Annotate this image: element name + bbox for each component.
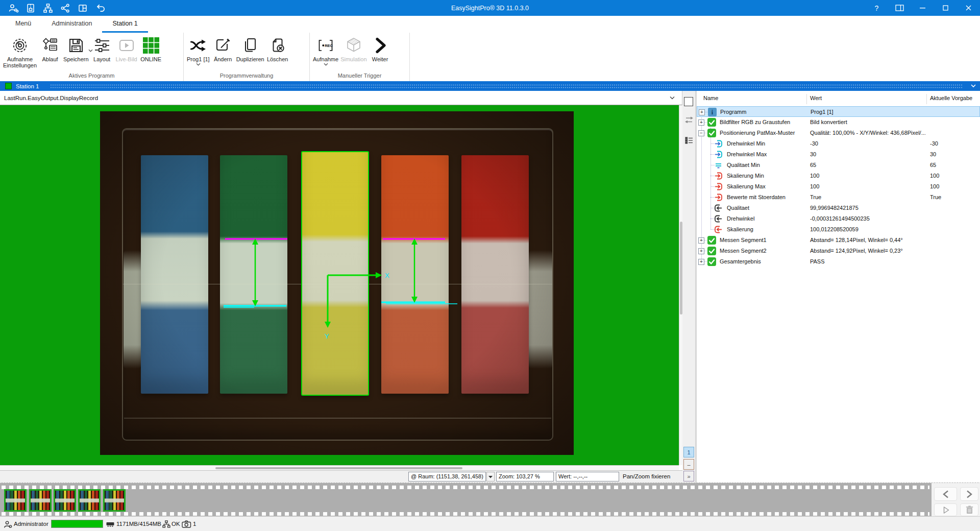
tree-row-drehwinkel[interactable]: Drehwinkel-0,00031261494500235: [697, 213, 980, 224]
raum-coordinates-field[interactable]: @ Raum: (1151,38, 261,458): [408, 472, 486, 481]
viewer-vertical-scrollbar[interactable]: [679, 105, 682, 465]
tree-row-drehwinkel-min[interactable]: Drehwinkel Min-30-30: [697, 138, 980, 149]
filmstrip-thumbnail[interactable]: [54, 489, 76, 512]
zoom-level-field[interactable]: Zoom: 103,27 %: [496, 472, 554, 481]
tree-row-bewerte-mit-stoerdaten[interactable]: Bewerte mit StoerdatenTrueTrue: [697, 192, 980, 203]
collapse-button[interactable]: –: [683, 459, 694, 470]
ribbon-button-duplizieren[interactable]: Duplizieren: [236, 35, 264, 62]
simulation-cube-icon: [345, 35, 362, 56]
station-status-icon: [5, 83, 12, 89]
ribbon-group-manueller-trigger: RECAufnahmeSimulationWeiterManueller Tri…: [310, 33, 410, 81]
tree-row-bildfilter-rgb-zu-graustufen[interactable]: +Bildfilter RGB zu GraustufenBild konver…: [697, 117, 980, 128]
filmstrip-thumbnail[interactable]: [4, 489, 27, 512]
ribbon-button-löschen[interactable]: Löschen: [266, 35, 289, 62]
ribbon-button-online[interactable]: ONLINE: [140, 35, 162, 62]
ribbon-button-label: Ändern: [214, 56, 232, 62]
ribbon-button-ändern[interactable]: Ändern: [212, 35, 234, 62]
filmstrip-sprockets-top: [2, 486, 929, 489]
ribbon-button-label: Prog1 [1]: [187, 56, 210, 62]
tree-row-messen-segment2[interactable]: +Messen Segment2Abstand= 124,92Pixel, Wi…: [697, 246, 980, 256]
raum-dropdown-button[interactable]: [486, 472, 495, 481]
ribbon-button-prog1-1[interactable]: Prog1 [1]: [187, 35, 210, 66]
viewer-horizontal-scrollbar[interactable]: [0, 465, 679, 470]
filmstrip-thumbnail[interactable]: [103, 489, 126, 512]
filmstrip-controls: [932, 483, 980, 517]
ribbon-group-label: Manueller Trigger: [310, 73, 409, 79]
menu-item-menue[interactable]: Menü: [5, 16, 41, 33]
pixel-value-field[interactable]: Wert: --,--,--: [556, 472, 619, 481]
filmstrip-thumbnail[interactable]: [78, 489, 101, 512]
tree-row-name: Qualitaet Min: [727, 160, 760, 171]
tree-row-name: Bildfilter RGB zu Graustufen: [720, 117, 790, 128]
check-icon: [707, 236, 716, 245]
ribbon-button-label: Weiter: [372, 56, 388, 62]
tree-row-skalierung-max[interactable]: Skalierung Max100100: [697, 181, 980, 192]
ribbon-button-aufnahme-einstellungen[interactable]: Aufnahme Einstellungen: [3, 35, 37, 68]
delete-image-button[interactable]: [960, 503, 978, 516]
swap-view-icon[interactable]: [683, 114, 694, 125]
ribbon-button-label: Simulation: [340, 56, 366, 62]
ribbon-button-ablauf[interactable]: Ablauf: [39, 35, 61, 62]
single-view-button[interactable]: 1: [683, 447, 694, 457]
more-button[interactable]: »: [683, 471, 694, 481]
param-in-red-icon: [714, 172, 723, 180]
ribbon-button-aufnahme[interactable]: RECAufnahme: [313, 35, 338, 66]
tree-expander[interactable]: −: [698, 130, 704, 136]
maximize-icon: [943, 5, 948, 11]
tree-row-skalierung[interactable]: Skalierung100,012208520059: [697, 224, 980, 235]
tree-row-messen-segment1[interactable]: +Messen Segment1Abstand= 128,14Pixel, Wi…: [697, 235, 980, 246]
ribbon-button-speichern[interactable]: Speichern: [63, 35, 89, 62]
sliders-icon: [93, 35, 111, 56]
tree-row-vorgabe: -30: [930, 138, 938, 149]
maximize-button[interactable]: [934, 0, 957, 16]
tree-row-qualitaet-min[interactable]: Qualitaet Min6565: [697, 160, 980, 171]
axis-y-label: Y: [325, 332, 329, 340]
tree-row-wert: PASS: [810, 256, 925, 267]
help-button[interactable]: ?: [865, 0, 888, 16]
tree-row-positionierung-patmax-muster[interactable]: −Positionierung PatMax-MusterQualität: 1…: [697, 128, 980, 138]
flowchart-icon: [41, 35, 59, 56]
tree-row-name: Drehwinkel Max: [727, 149, 767, 160]
next-image-button[interactable]: [960, 487, 978, 501]
previous-image-button[interactable]: [934, 487, 957, 501]
tree-expander[interactable]: +: [698, 248, 704, 254]
chevron-down-icon[interactable]: [670, 96, 675, 100]
play-button[interactable]: [934, 503, 957, 516]
tree-row-skalierung-min[interactable]: Skalierung Min100100: [697, 171, 980, 181]
network-icon: [162, 520, 170, 528]
station-collapse-icon[interactable]: [971, 84, 976, 88]
menu-item-station-1[interactable]: Station 1: [102, 16, 148, 33]
station-panel-header[interactable]: Station 1: [0, 81, 980, 91]
minimize-button[interactable]: [911, 0, 934, 16]
tree-row-qualitaet[interactable]: Qualitaet99,9969482421875: [697, 203, 980, 213]
horizontal-scrollbar-thumb[interactable]: [215, 467, 462, 469]
tree-expander[interactable]: +: [698, 119, 704, 126]
overview-button[interactable]: [684, 97, 693, 106]
tree-row-wert: Abstand= 124,92Pixel, Winkel= 0,23°: [810, 246, 925, 256]
record-selector-combobox[interactable]: LastRun.EasyOutput.DisplayRecord: [0, 91, 682, 105]
tree-row-drehwinkel-max[interactable]: Drehwinkel Max3030: [697, 149, 980, 160]
chevron-down-icon[interactable]: [196, 63, 201, 66]
viewer-status-row: @ Raum: (1151,38, 261,458) Zoom: 103,27 …: [0, 470, 682, 482]
ribbon-button-layout[interactable]: Layout: [91, 35, 113, 62]
result-filmstrip: [0, 482, 980, 516]
tree-expander[interactable]: +: [699, 109, 705, 115]
chevron-down-icon[interactable]: [324, 63, 328, 66]
ribbon-button-label: Aufnahme Einstellungen: [3, 56, 37, 68]
ribbon-button-simulation: Simulation: [340, 35, 366, 62]
menu-item-administration[interactable]: Administration: [41, 16, 102, 33]
tree-expander[interactable]: +: [698, 259, 704, 265]
param-out-red-icon: [714, 225, 723, 234]
dock-panel-button[interactable]: [888, 0, 911, 16]
filmstrip-thumbnail[interactable]: [29, 489, 52, 512]
pan-zoom-lock-label[interactable]: Pan/Zoom fixieren: [623, 473, 670, 479]
tree-row-gesamtergebnis[interactable]: +GesamtergebnisPASS: [697, 256, 980, 267]
tree-expander[interactable]: +: [698, 237, 704, 244]
tree-row-wert: 99,9969482421875: [810, 203, 925, 213]
tree-row-programm[interactable]: +iProgrammProg1 [1]: [697, 106, 980, 117]
list-view-icon[interactable]: [683, 135, 694, 146]
ribbon-button-weiter[interactable]: Weiter: [369, 35, 391, 62]
image-viewer-canvas[interactable]: X Y: [0, 105, 679, 465]
close-button[interactable]: [957, 0, 980, 16]
user-icon: [4, 520, 12, 529]
